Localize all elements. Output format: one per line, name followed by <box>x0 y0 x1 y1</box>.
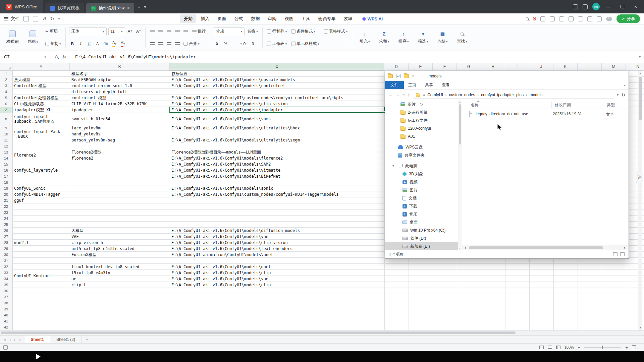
page-layout-view-icon[interactable] <box>548 346 552 349</box>
zoom-slider-thumb[interactable] <box>602 346 603 349</box>
nav-item-3D 对象[interactable]: 3D 对象 <box>385 170 458 178</box>
cell-B1[interactable]: 模型名字 <box>70 71 169 77</box>
cell-C34[interactable]: E:\A_ComfyUI-aki-v1.6\ComfyUI\models\vae <box>170 276 384 282</box>
ribbon-tab-效率[interactable]: 效率 <box>340 14 356 23</box>
col-header-D[interactable]: D <box>384 63 409 70</box>
insert-function-icon[interactable]: fx <box>63 54 66 60</box>
cell-A5[interactable]: ControlNet处理器模型 <box>13 95 69 101</box>
nav-scroll-thumb[interactable] <box>459 104 461 144</box>
align-center-button[interactable] <box>157 40 164 48</box>
cell-C8[interactable]: E:\A_ComfyUI-aki-v1.6\ComfyUI\models\sam… <box>170 113 384 125</box>
cell-C20[interactable]: E:\A_ComfyUI-aki-v1.6\ComfyUI\custom_nod… <box>170 191 384 197</box>
font-name-select[interactable]: 宋体▾ <box>69 27 107 35</box>
cell-C2[interactable]: E:\A_ComfyUI-aki-v1.6\ComfyUI\models\ups… <box>170 77 384 83</box>
cell-C6[interactable]: E:\A_ComfyUI-aki-v1.6\ComfyUI\models\cli… <box>170 101 384 107</box>
cell-name-box[interactable]: C7 ▾ <box>0 51 50 63</box>
cell-B35[interactable]: clip_l <box>70 282 169 288</box>
increase-font-button[interactable]: A⁺ <box>127 28 133 35</box>
wps-ai-button[interactable]: WPS AI <box>360 15 385 23</box>
borders-button[interactable]: ⊞▾ <box>103 40 110 48</box>
wps-home-button[interactable]: W WPS Office <box>0 0 43 13</box>
nav-item-下载[interactable]: 下载 <box>385 202 458 210</box>
cell-C26[interactable]: E:\A_ComfyUI-aki-v1.6\ComfyUI\models\dif… <box>170 228 384 234</box>
row-header-21[interactable]: 21 <box>0 197 12 203</box>
col-header-A[interactable]: A <box>12 63 70 70</box>
cell-C9[interactable]: E:\A_ComfyUI-aki-v1.6\ComfyUI\models\ult… <box>170 125 384 131</box>
docer-store-icon[interactable]: S <box>533 16 536 22</box>
font-color-button[interactable]: A▾ <box>119 40 126 48</box>
cell-B26[interactable]: 大模型 <box>70 228 169 234</box>
user-avatar[interactable]: wps <box>592 3 600 10</box>
sheet-tab-Sheet1 (2)[interactable]: Sheet1 (2) <box>50 336 82 344</box>
sort-button[interactable]: ↕排序▾ <box>394 26 413 49</box>
undo-icon[interactable]: ↺ <box>42 16 46 21</box>
row-header-42[interactable]: 42 <box>0 324 12 330</box>
cell-C5[interactable]: E:\A_ComfyUI-aki-v1.6\ComfyUI\custom_nod… <box>170 95 384 101</box>
redo-icon[interactable]: ↻ <box>50 16 54 21</box>
cell-C28[interactable]: E:\A_ComfyUI-aki-v1.6\ComfyUI\models\cli… <box>170 240 384 246</box>
vscroll-up-icon[interactable]: ▴ <box>638 71 642 75</box>
cell-B6[interactable]: CLIP_ViT_H_14_laion2B_s32B_b79K <box>70 101 169 107</box>
nav-item-音乐[interactable]: 音乐 <box>385 210 458 218</box>
nav-item-软件 (D:)[interactable]: 软件 (D:) <box>385 234 458 242</box>
decrease-decimal-button[interactable]: -.0 <box>248 40 255 48</box>
cell-C33[interactable]: E:\A_ComfyUI-aki-v1.6\ComfyUI\models\cli… <box>170 270 384 276</box>
cell-B28[interactable]: clip_vision_h <box>70 240 169 246</box>
vscroll-thumb[interactable] <box>639 77 642 120</box>
last-sheet-button[interactable]: » <box>18 338 20 342</box>
ribbon-collapse-icon[interactable]: ▴ <box>624 83 629 87</box>
zoom-slider[interactable] <box>584 347 621 348</box>
ribbon-tab-会员专享[interactable]: 会员专享 <box>314 14 339 23</box>
nav-item-文档[interactable]: 文档 <box>385 194 458 202</box>
cloud-sync-icon[interactable] <box>606 17 612 21</box>
nav-item-图片[interactable]: 图片 <box>385 186 458 194</box>
row-header-35[interactable]: 35 <box>0 282 12 288</box>
explorer-menu-home[interactable]: 主页 <box>404 80 421 89</box>
breadcrumb-item[interactable]: ComfyUI <box>427 93 443 97</box>
row-header-30[interactable]: 30 <box>0 252 12 258</box>
breadcrumb-overflow-icon[interactable]: « <box>423 93 425 97</box>
breadcrumb-item[interactable]: custom_nodes <box>449 93 475 97</box>
share-button[interactable]: ↗ 分享 <box>616 14 640 23</box>
col-header-B[interactable]: B <box>70 63 170 70</box>
row-header-29[interactable]: 29 <box>0 246 12 252</box>
hscroll-thumb[interactable] <box>1 331 516 334</box>
wrap-text-button[interactable]: 换行 <box>191 28 207 34</box>
row-header-25[interactable]: 25 <box>0 222 12 228</box>
row-header-18[interactable]: 18 <box>0 179 12 185</box>
first-sheet-button[interactable]: « <box>4 338 6 342</box>
row-header-27[interactable]: 27 <box>0 234 12 240</box>
align-middle-button[interactable] <box>157 28 164 35</box>
col-header-M[interactable]: M <box>602 63 626 70</box>
pin-toolbar-icon[interactable] <box>540 16 545 21</box>
column-header-date[interactable]: 修改日期 <box>555 102 571 108</box>
row-header-39[interactable]: 39 <box>0 306 12 312</box>
justify-button[interactable] <box>174 40 181 48</box>
row-header-8[interactable]: 8 <box>0 113 12 125</box>
row-header-22[interactable]: 22 <box>0 203 12 209</box>
conditional-format-button[interactable]: 条件格式▾ <box>290 28 316 34</box>
increase-indent-button[interactable] <box>182 28 189 35</box>
collaboration-icon[interactable] <box>578 16 583 21</box>
cell-B4[interactable]: diffusers_xl_depth_full <box>70 89 169 95</box>
worksheet-button[interactable]: 工作表▾ <box>266 41 288 47</box>
next-sheet-button[interactable]: › <box>14 338 15 342</box>
vscroll-down-icon[interactable]: ▾ <box>638 326 642 329</box>
cell-A9[interactable]: comfyui-Impact-Pack ：BBOX <box>13 125 69 143</box>
row-header-36[interactable]: 36 <box>0 288 12 294</box>
cell-A28[interactable]: wan2.1 <box>13 240 69 246</box>
row-header-32[interactable]: 32 <box>0 264 12 270</box>
row-header-12[interactable]: 12 <box>0 143 12 149</box>
breadcrumb-item[interactable]: models <box>530 93 543 97</box>
row-header-6[interactable]: 6 <box>0 101 12 107</box>
cell-C19[interactable]: E:\A_ComfyUI-aki-v1.6\ComfyUI\models\son… <box>170 185 384 191</box>
emoji-icon[interactable] <box>550 16 555 21</box>
ribbon-tab-公式[interactable]: 公式 <box>230 14 247 23</box>
keyboard-icon[interactable] <box>569 16 574 21</box>
cell-A16[interactable]: comfyui_layerstyle <box>13 167 69 173</box>
cell-A2[interactable]: 放大模型 <box>13 77 69 83</box>
ribbon-tab-数据[interactable]: 数据 <box>247 14 263 23</box>
col-header-K[interactable]: K <box>553 63 578 70</box>
nav-item-6-工程文件[interactable]: 6-工程文件 <box>385 116 458 124</box>
currency-format-button[interactable]: ¥ <box>214 40 220 48</box>
